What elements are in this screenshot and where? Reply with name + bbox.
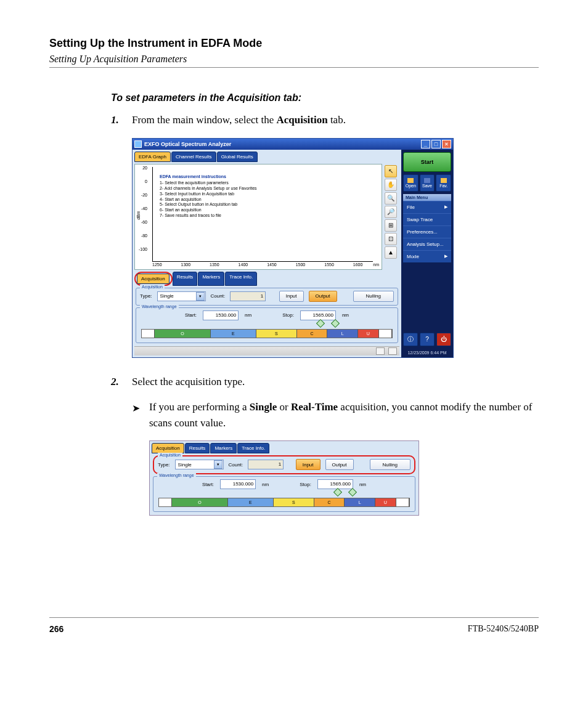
unit: nm [245,312,251,318]
band-u: U [358,330,378,338]
menu-label: Mode [407,254,419,259]
tab-edfa-graph[interactable]: EDFA Graph [134,152,171,162]
tab-trace-info[interactable]: Trace Info. [225,272,257,286]
zoom-out-icon[interactable]: 🔎 [385,206,397,218]
menu-label: Analysis Setup... [407,241,444,247]
unit: nm [359,482,366,487]
wavelength-group: Wavelength range Start: 1530.000 nm Stop… [136,307,398,343]
step-number-2: 2. [111,374,132,390]
band-c: C [297,330,328,338]
x-tick: 1250 [152,262,162,267]
help-button[interactable]: ? [420,333,435,346]
input-button[interactable]: Input [296,459,321,470]
text: If you are performing a [149,401,250,413]
menu-file[interactable]: File▶ [403,201,451,213]
header-rule [49,67,539,68]
zoom-fit-icon[interactable]: ⊡ [385,233,397,245]
instruction-line: 3- Select Input button in Acquisition ta… [160,192,257,197]
wavelength-group: Wavelength range Start: 1530.000 nm Stop… [153,476,415,512]
text: or [277,401,291,413]
tab-global-results[interactable]: Global Results [217,152,258,162]
tab-results[interactable]: Results [185,443,210,453]
menu-preferences[interactable]: Preferences... [403,225,451,238]
zoom-in-icon[interactable]: 🔍 [385,192,397,205]
y-tick: -80 [136,233,147,238]
output-button[interactable]: Output [325,459,354,470]
range-marker-start[interactable] [316,318,325,327]
step-number-1: 1. [111,112,132,128]
start-field[interactable]: 1530.000 [203,310,239,320]
start-button[interactable]: Start [403,152,451,172]
instruction-line: 2- Add channels in Analysis Setup or use… [160,186,257,192]
unit: nm [262,482,269,487]
screenshot-1: EXFO Optical Spectrum Analyzer _ □ × EDF… [132,138,539,358]
menu-swap-trace[interactable]: Swap Trace [403,213,451,225]
hand-tool-icon[interactable]: ✋ [385,179,397,191]
open-button[interactable]: Open [403,174,419,192]
stop-field[interactable]: 1565.000 [300,310,336,320]
range-marker-start[interactable] [333,488,342,497]
text-bold: Acquisition [277,114,328,126]
x-tick: 1550 [324,262,334,267]
x-tick: 1600 [353,262,363,267]
graph-panel: 20 0 -20 -40 -60 -80 -100 dBm [134,164,382,270]
menu-analysis-setup[interactable]: Analysis Setup... [403,238,451,250]
tab-markers[interactable]: Markers [210,443,237,453]
type-combo[interactable]: Single ▾ [175,460,224,469]
band-o: O [172,498,227,506]
nulling-button[interactable]: Nulling [353,291,394,302]
maximize-button[interactable]: □ [431,140,441,148]
text-bold: Real-Time [291,401,338,413]
document-id: FTB-5240S/5240BP [468,624,539,634]
minimize-button[interactable]: _ [421,140,430,148]
chevron-right-icon: ▶ [444,205,447,209]
tab-acquisition[interactable]: Acquisition [152,443,184,453]
step-text-1: From the main window, select the Acquisi… [132,112,539,128]
output-button[interactable]: Output [309,291,337,302]
zoom-region-icon[interactable]: ⊞ [385,219,397,232]
right-panel: Start Open Save Fav. Main Menu File▶ Swa… [401,150,453,357]
tab-markers[interactable]: Markers [198,272,224,286]
save-icon [424,178,430,183]
procedure-title: To set parameters in the Acquisition tab… [111,92,539,103]
lower-tabs: Acquisition Results Markers Trace Info. [134,272,399,286]
stop-label: Stop: [300,482,311,487]
y-tick: -20 [136,193,147,197]
text-bold: Single [250,401,277,413]
chevron-down-icon[interactable]: ▾ [196,292,205,301]
stop-field[interactable]: 1565.000 [317,479,353,489]
y-tick: -60 [136,220,147,224]
chevron-down-icon[interactable]: ▾ [214,460,223,469]
start-label: Start: [202,482,214,487]
marker-tool-icon[interactable]: ▲ [385,246,397,259]
close-button[interactable]: × [442,140,451,148]
menu-label: Preferences... [407,229,438,235]
tab-trace-info[interactable]: Trace Info. [237,443,269,453]
fav-button[interactable]: Fav. [436,174,451,192]
range-marker-stop[interactable] [348,488,357,497]
start-field[interactable]: 1530.000 [220,479,256,489]
range-marker-stop[interactable] [331,318,340,327]
tab-channel-results[interactable]: Channel Results [171,152,216,162]
band-o: O [155,330,210,338]
save-button[interactable]: Save [420,174,435,192]
band-bar: O E S C L U [141,329,393,338]
x-tick: 1450 [267,262,277,267]
info-button[interactable]: ⓘ [403,333,418,346]
nulling-button[interactable]: Nulling [370,459,410,470]
menu-label: Swap Trace [407,217,433,222]
tab-results[interactable]: Results [173,272,198,286]
menu-mode[interactable]: Mode▶ [403,250,451,262]
band-l: L [327,330,358,338]
power-button[interactable]: ⏻ [436,333,451,346]
cursor-tool-icon[interactable]: ↖ [385,165,397,177]
tab-acquisition[interactable]: Acquisition [137,274,169,284]
input-button[interactable]: Input [279,291,304,302]
count-label: Count: [229,462,243,468]
fav-label: Fav. [439,184,447,188]
wavelength-legend: Wavelength range [157,473,196,477]
type-combo[interactable]: Single ▾ [157,291,206,301]
open-icon [407,178,414,183]
instruction-line: 1- Select the acquisition parameters [160,181,257,186]
wavelength-legend: Wavelength range [140,304,179,309]
